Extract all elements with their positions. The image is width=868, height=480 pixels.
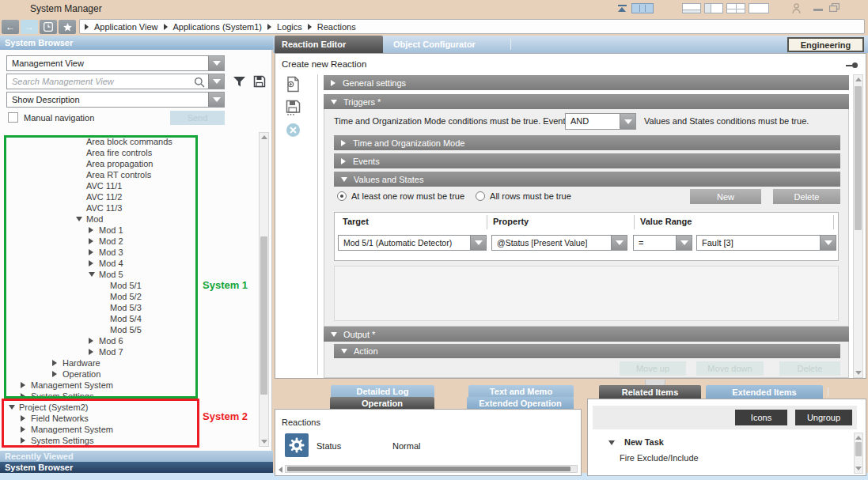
layout-left-pane-icon[interactable]	[704, 3, 723, 13]
chevron-right-icon[interactable]	[21, 382, 25, 388]
editor-scrollbar-thumb[interactable]	[855, 86, 862, 230]
layout-single-pane-icon[interactable]	[749, 3, 769, 13]
filter-icon[interactable]	[233, 75, 246, 89]
section-values-states[interactable]: Values and States	[334, 172, 840, 187]
user-icon[interactable]	[791, 2, 801, 14]
forward-button[interactable]: →	[21, 20, 38, 34]
tree-scrollbar-thumb[interactable]	[260, 236, 267, 395]
tree-item[interactable]: Area fire controls	[0, 147, 258, 158]
editor-scrollbar[interactable]	[853, 74, 863, 378]
tab-detailed-log[interactable]: Detailed Log	[331, 385, 434, 397]
section-output[interactable]: Output *	[324, 327, 849, 342]
tab-operation[interactable]: Operation	[330, 397, 434, 409]
tab-text-and-memo[interactable]: Text and Memo	[468, 385, 574, 397]
scroll-up-icon[interactable]	[260, 133, 268, 142]
scroll-down-icon[interactable]	[855, 464, 862, 473]
related-scrollbar-thumb[interactable]	[855, 442, 862, 456]
task-group-label[interactable]: New Task	[624, 437, 664, 447]
chevron-right-icon[interactable]	[52, 371, 57, 377]
save-reaction-icon[interactable]	[286, 100, 301, 117]
related-item-label[interactable]: Fire Exclude/Include	[620, 453, 699, 463]
section-time-org[interactable]: Time and Organization Mode	[334, 135, 840, 150]
property-select[interactable]: @Status [Present Value]	[491, 235, 627, 251]
send-button[interactable]: Send	[170, 111, 225, 125]
search-input[interactable]	[7, 74, 224, 89]
new-button[interactable]: New	[690, 189, 761, 204]
collapse-panel-icon[interactable]	[616, 3, 628, 13]
manual-navigation-checkbox[interactable]	[8, 112, 18, 123]
breadcrumb-item[interactable]: Logics	[277, 22, 302, 32]
chevron-right-icon[interactable]	[89, 238, 93, 244]
tree-item[interactable]: Mod 7	[0, 346, 258, 357]
tree-item[interactable]: Area propagation	[0, 158, 258, 169]
chevron-right-icon[interactable]	[89, 338, 93, 344]
tab-reaction-editor[interactable]: Reaction Editor	[275, 36, 383, 53]
view-select-arrow[interactable]	[208, 56, 224, 70]
description-select-arrow[interactable]	[208, 93, 224, 107]
tree-item[interactable]: Mod 5/3	[0, 302, 258, 313]
recently-viewed-bar[interactable]: Recently Viewed	[0, 451, 273, 462]
operator-select-arrow[interactable]	[676, 236, 692, 250]
property-select-arrow[interactable]	[611, 236, 627, 250]
tree-item[interactable]: Management System	[0, 380, 258, 391]
chevron-right-icon[interactable]	[89, 260, 93, 266]
minimize-button[interactable]	[813, 9, 823, 11]
chevron-right-icon[interactable]	[21, 426, 25, 433]
section-action[interactable]: Action	[334, 344, 840, 358]
back-button[interactable]: ←	[2, 20, 19, 34]
target-select-arrow[interactable]	[470, 236, 486, 250]
icons-button[interactable]: Icons	[735, 410, 787, 425]
value-select[interactable]: Fault [3]	[696, 235, 836, 251]
tree-item[interactable]: System Settings	[0, 391, 258, 402]
tab-extended-items[interactable]: Extended Items	[706, 385, 823, 399]
engineering-button[interactable]: Engineering	[787, 37, 864, 52]
history-button[interactable]	[40, 20, 57, 34]
save-filter-icon[interactable]	[253, 75, 266, 89]
tree-item[interactable]: Mod 6	[0, 335, 258, 346]
tree-item[interactable]: AVC 11/3	[0, 202, 258, 214]
move-up-button[interactable]: Move up	[620, 361, 686, 376]
breadcrumb-item[interactable]: Reactions	[317, 22, 356, 32]
tab-extended-operation[interactable]: Extended Operation	[467, 397, 574, 409]
tree-item[interactable]: Mod	[0, 214, 258, 225]
tree-item[interactable]: AVC 11/2	[0, 191, 258, 202]
tab-related-items[interactable]: Related Items	[599, 385, 701, 399]
chevron-right-icon[interactable]	[89, 349, 93, 355]
tree-item[interactable]: Operation	[0, 369, 258, 380]
scroll-down-icon[interactable]	[854, 369, 862, 377]
description-select[interactable]: Show Description	[6, 92, 225, 108]
chevron-right-icon[interactable]	[89, 249, 93, 255]
operation-hscrollbar[interactable]	[285, 465, 578, 473]
operation-hscrollbar-thumb[interactable]	[287, 467, 570, 471]
tree-item[interactable]: AVC 11/1	[0, 180, 258, 191]
events-operator-arrow[interactable]	[620, 114, 635, 129]
tree-item[interactable]: Mod 5/5	[0, 324, 258, 335]
chevron-down-icon[interactable]	[76, 217, 82, 221]
breadcrumb-item[interactable]: Applications (System1)	[173, 22, 263, 32]
scroll-up-icon[interactable]	[854, 75, 862, 84]
scroll-up-icon[interactable]	[855, 433, 862, 442]
tree-item[interactable]: Management System	[0, 424, 258, 435]
chevron-right-icon[interactable]	[21, 415, 25, 421]
new-reaction-icon[interactable]	[286, 76, 301, 94]
operator-select[interactable]: =	[633, 235, 692, 251]
tree-item[interactable]: Mod 5	[0, 269, 258, 280]
delete-button[interactable]: Delete	[773, 189, 840, 204]
tree-item[interactable]: Mod 1	[0, 225, 258, 236]
pin-icon[interactable]	[846, 62, 858, 68]
section-general-settings[interactable]: General settings	[324, 75, 849, 90]
search-icon[interactable]	[194, 77, 205, 89]
tree-item[interactable]: Mod 2	[0, 236, 258, 247]
move-down-button[interactable]: Move down	[696, 361, 764, 376]
tree-item[interactable]: Mod 3	[0, 247, 258, 258]
tree-item[interactable]: Mod 5/2	[0, 291, 258, 302]
tab-object-configurator[interactable]: Object Configurator	[393, 36, 504, 53]
discard-icon[interactable]	[286, 123, 300, 137]
chevron-right-icon[interactable]	[21, 437, 25, 444]
chevron-down-icon[interactable]	[608, 440, 615, 445]
view-select[interactable]: Management View	[6, 55, 225, 71]
scroll-down-icon[interactable]	[260, 437, 268, 446]
scroll-left-icon[interactable]	[279, 467, 282, 473]
chevron-down-icon[interactable]	[89, 272, 95, 277]
tree-item[interactable]: Hardware	[0, 357, 258, 369]
